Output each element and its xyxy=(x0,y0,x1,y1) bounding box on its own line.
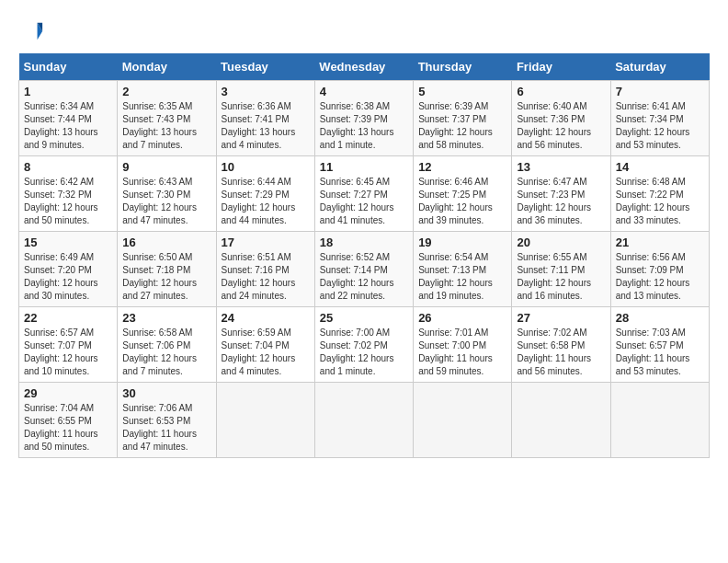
day-number: 12 xyxy=(418,160,506,174)
day-cell-27: 27 Sunrise: 7:02 AMSunset: 6:58 PMDaylig… xyxy=(512,307,610,383)
weekday-label-saturday: Saturday xyxy=(610,53,709,81)
day-info: Sunrise: 6:38 AMSunset: 7:39 PMDaylight:… xyxy=(320,101,394,150)
day-number: 7 xyxy=(616,85,704,98)
day-cell-24: 24 Sunrise: 6:59 AMSunset: 7:04 PMDaylig… xyxy=(216,307,314,383)
day-cell-16: 16 Sunrise: 6:50 AMSunset: 7:18 PMDaylig… xyxy=(118,232,216,307)
weekday-label-monday: Monday xyxy=(118,53,216,81)
calendar-week-4: 22 Sunrise: 6:57 AMSunset: 7:07 PMDaylig… xyxy=(19,307,710,383)
day-number: 28 xyxy=(616,311,704,325)
day-number: 16 xyxy=(122,236,210,249)
day-cell-1: 1 Sunrise: 6:34 AMSunset: 7:44 PMDayligh… xyxy=(19,81,118,156)
day-number: 4 xyxy=(320,85,408,98)
day-info: Sunrise: 6:49 AMSunset: 7:20 PMDaylight:… xyxy=(24,252,98,301)
day-number: 17 xyxy=(222,236,310,249)
day-cell-15: 15 Sunrise: 6:49 AMSunset: 7:20 PMDaylig… xyxy=(19,232,118,307)
day-number: 27 xyxy=(517,311,605,325)
day-info: Sunrise: 6:36 AMSunset: 7:41 PMDaylight:… xyxy=(222,101,296,150)
day-number: 13 xyxy=(517,160,605,174)
day-cell-12: 12 Sunrise: 6:46 AMSunset: 7:25 PMDaylig… xyxy=(414,156,512,232)
weekday-header-row: SundayMondayTuesdayWednesdayThursdayFrid… xyxy=(19,53,710,81)
day-cell-2: 2 Sunrise: 6:35 AMSunset: 7:43 PMDayligh… xyxy=(118,81,216,156)
day-info: Sunrise: 6:57 AMSunset: 7:07 PMDaylight:… xyxy=(24,327,98,376)
day-info: Sunrise: 7:00 AMSunset: 7:02 PMDaylight:… xyxy=(320,327,394,376)
day-cell-6: 6 Sunrise: 6:40 AMSunset: 7:36 PMDayligh… xyxy=(512,81,610,156)
day-number: 22 xyxy=(24,311,112,325)
empty-cell xyxy=(414,383,512,458)
day-number: 19 xyxy=(418,236,506,249)
calendar-week-2: 8 Sunrise: 6:42 AMSunset: 7:32 PMDayligh… xyxy=(19,156,710,232)
day-number: 18 xyxy=(320,236,408,249)
logo xyxy=(18,18,46,44)
day-number: 3 xyxy=(222,85,310,98)
day-info: Sunrise: 6:55 AMSunset: 7:11 PMDaylight:… xyxy=(517,252,591,301)
day-number: 11 xyxy=(320,160,408,174)
day-cell-5: 5 Sunrise: 6:39 AMSunset: 7:37 PMDayligh… xyxy=(414,81,512,156)
day-cell-21: 21 Sunrise: 6:56 AMSunset: 7:09 PMDaylig… xyxy=(610,232,709,307)
day-number: 23 xyxy=(122,311,210,325)
day-number: 25 xyxy=(320,311,408,325)
day-number: 1 xyxy=(24,85,112,98)
day-info: Sunrise: 7:02 AMSunset: 6:58 PMDaylight:… xyxy=(517,327,591,376)
calendar-week-5: 29 Sunrise: 7:04 AMSunset: 6:55 PMDaylig… xyxy=(19,383,710,458)
day-cell-18: 18 Sunrise: 6:52 AMSunset: 7:14 PMDaylig… xyxy=(314,232,413,307)
day-cell-8: 8 Sunrise: 6:42 AMSunset: 7:32 PMDayligh… xyxy=(19,156,118,232)
day-info: Sunrise: 6:47 AMSunset: 7:23 PMDaylight:… xyxy=(517,177,591,225)
day-cell-26: 26 Sunrise: 7:01 AMSunset: 7:00 PMDaylig… xyxy=(414,307,512,383)
day-cell-28: 28 Sunrise: 7:03 AMSunset: 6:57 PMDaylig… xyxy=(610,307,709,383)
day-number: 2 xyxy=(122,85,210,98)
day-info: Sunrise: 6:58 AMSunset: 7:06 PMDaylight:… xyxy=(122,327,197,376)
day-info: Sunrise: 6:51 AMSunset: 7:16 PMDaylight:… xyxy=(222,252,296,301)
calendar-table: SundayMondayTuesdayWednesdayThursdayFrid… xyxy=(18,53,710,458)
day-cell-13: 13 Sunrise: 6:47 AMSunset: 7:23 PMDaylig… xyxy=(512,156,610,232)
day-number: 9 xyxy=(122,160,210,174)
day-number: 6 xyxy=(517,85,605,98)
calendar-week-1: 1 Sunrise: 6:34 AMSunset: 7:44 PMDayligh… xyxy=(19,81,710,156)
weekday-label-friday: Friday xyxy=(512,53,610,81)
day-cell-22: 22 Sunrise: 6:57 AMSunset: 7:07 PMDaylig… xyxy=(19,307,118,383)
day-cell-10: 10 Sunrise: 6:44 AMSunset: 7:29 PMDaylig… xyxy=(216,156,314,232)
day-info: Sunrise: 6:44 AMSunset: 7:29 PMDaylight:… xyxy=(222,177,296,225)
day-info: Sunrise: 6:46 AMSunset: 7:25 PMDaylight:… xyxy=(418,177,493,225)
day-number: 30 xyxy=(122,386,210,400)
day-number: 29 xyxy=(24,386,112,400)
day-info: Sunrise: 6:45 AMSunset: 7:27 PMDaylight:… xyxy=(320,177,394,225)
day-info: Sunrise: 6:48 AMSunset: 7:22 PMDaylight:… xyxy=(616,177,690,225)
day-number: 10 xyxy=(222,160,310,174)
day-cell-9: 9 Sunrise: 6:43 AMSunset: 7:30 PMDayligh… xyxy=(118,156,216,232)
day-info: Sunrise: 6:40 AMSunset: 7:36 PMDaylight:… xyxy=(517,101,591,150)
weekday-label-tuesday: Tuesday xyxy=(216,53,314,81)
day-info: Sunrise: 6:41 AMSunset: 7:34 PMDaylight:… xyxy=(616,101,690,150)
day-info: Sunrise: 6:52 AMSunset: 7:14 PMDaylight:… xyxy=(320,252,394,301)
day-info: Sunrise: 6:54 AMSunset: 7:13 PMDaylight:… xyxy=(418,252,493,301)
empty-cell xyxy=(314,383,413,458)
weekday-label-thursday: Thursday xyxy=(414,53,512,81)
day-number: 5 xyxy=(418,85,506,98)
day-info: Sunrise: 6:59 AMSunset: 7:04 PMDaylight:… xyxy=(222,327,296,376)
day-cell-19: 19 Sunrise: 6:54 AMSunset: 7:13 PMDaylig… xyxy=(414,232,512,307)
day-cell-20: 20 Sunrise: 6:55 AMSunset: 7:11 PMDaylig… xyxy=(512,232,610,307)
day-info: Sunrise: 7:01 AMSunset: 7:00 PMDaylight:… xyxy=(418,327,493,376)
day-info: Sunrise: 6:50 AMSunset: 7:18 PMDaylight:… xyxy=(122,252,197,301)
day-info: Sunrise: 6:35 AMSunset: 7:43 PMDaylight:… xyxy=(122,101,197,150)
day-info: Sunrise: 7:06 AMSunset: 6:53 PMDaylight:… xyxy=(122,403,197,452)
page-header xyxy=(18,18,710,44)
day-info: Sunrise: 6:42 AMSunset: 7:32 PMDaylight:… xyxy=(24,177,98,225)
day-cell-11: 11 Sunrise: 6:45 AMSunset: 7:27 PMDaylig… xyxy=(314,156,413,232)
day-info: Sunrise: 7:03 AMSunset: 6:57 PMDaylight:… xyxy=(616,327,690,376)
empty-cell xyxy=(216,383,314,458)
day-cell-3: 3 Sunrise: 6:36 AMSunset: 7:41 PMDayligh… xyxy=(216,81,314,156)
day-number: 8 xyxy=(24,160,112,174)
day-number: 15 xyxy=(24,236,112,249)
calendar-week-3: 15 Sunrise: 6:49 AMSunset: 7:20 PMDaylig… xyxy=(19,232,710,307)
weekday-label-wednesday: Wednesday xyxy=(314,53,413,81)
day-cell-4: 4 Sunrise: 6:38 AMSunset: 7:39 PMDayligh… xyxy=(314,81,413,156)
day-number: 26 xyxy=(418,311,506,325)
empty-cell xyxy=(610,383,709,458)
weekday-label-sunday: Sunday xyxy=(19,53,118,81)
day-info: Sunrise: 6:43 AMSunset: 7:30 PMDaylight:… xyxy=(122,177,197,225)
day-cell-17: 17 Sunrise: 6:51 AMSunset: 7:16 PMDaylig… xyxy=(216,232,314,307)
day-cell-14: 14 Sunrise: 6:48 AMSunset: 7:22 PMDaylig… xyxy=(610,156,709,232)
day-cell-23: 23 Sunrise: 6:58 AMSunset: 7:06 PMDaylig… xyxy=(118,307,216,383)
logo-icon xyxy=(18,18,44,44)
day-info: Sunrise: 6:34 AMSunset: 7:44 PMDaylight:… xyxy=(24,101,98,150)
